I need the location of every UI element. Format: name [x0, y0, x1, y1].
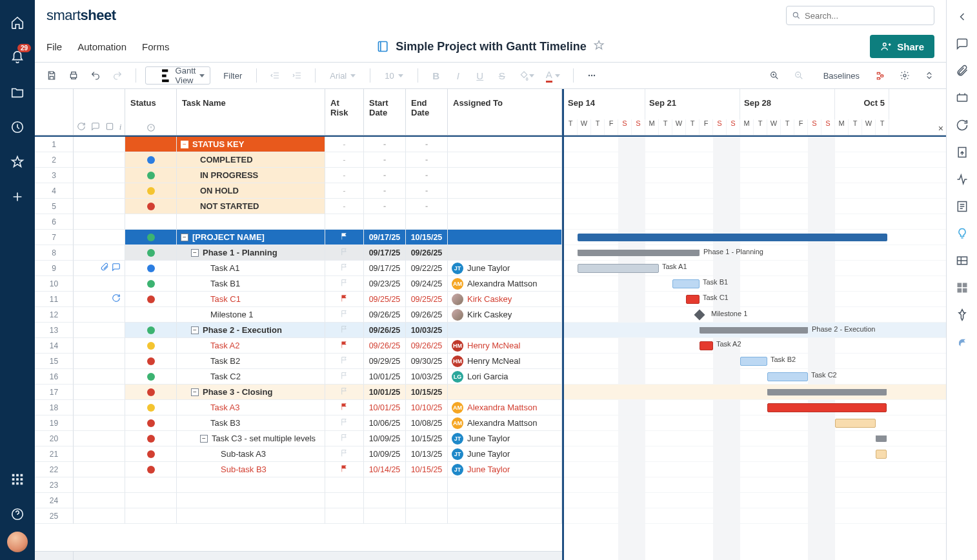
notifications-icon[interactable]: 29: [0, 40, 35, 75]
cell-at-risk[interactable]: -: [325, 152, 364, 168]
gantt-row[interactable]: [564, 493, 946, 508]
cell-task-name[interactable]: Sub-task A3: [177, 446, 325, 462]
gantt-row[interactable]: Task B1: [564, 276, 946, 292]
gantt-row[interactable]: [564, 400, 946, 415]
cell-start-date[interactable]: 10/01/25: [364, 369, 406, 385]
cell-end-date[interactable]: 10/13/25: [406, 446, 448, 462]
row-indicators[interactable]: [74, 431, 125, 446]
col-header-status[interactable]: Status: [125, 89, 177, 135]
cell-status[interactable]: [125, 307, 177, 323]
recent-icon[interactable]: [0, 110, 35, 145]
menu-automation[interactable]: Automation: [77, 41, 126, 52]
gantt-bar[interactable]: [578, 234, 887, 241]
cell-assigned-to[interactable]: [448, 323, 562, 338]
cell-task-name[interactable]: ON HOLD: [177, 183, 325, 199]
bold-icon[interactable]: B: [427, 66, 445, 85]
gantt-row[interactable]: [564, 168, 946, 183]
cell-start-date[interactable]: 10/01/25: [364, 385, 406, 400]
cell-status[interactable]: [125, 338, 177, 354]
grid-row[interactable]: 1−STATUS KEY---: [35, 137, 562, 152]
grid-row[interactable]: 6: [35, 214, 562, 230]
cell-task-name[interactable]: [177, 493, 325, 508]
cell-assigned-to[interactable]: [448, 493, 562, 508]
favorites-icon[interactable]: [0, 145, 35, 179]
gantt-row[interactable]: Milestone 1: [564, 307, 946, 323]
cell-assigned-to[interactable]: [448, 137, 562, 152]
collapse-toggle[interactable]: −: [200, 435, 208, 443]
row-number[interactable]: 22: [35, 462, 74, 477]
cell-task-name[interactable]: Task B1: [177, 276, 325, 292]
share-button[interactable]: Share: [870, 35, 934, 58]
cell-start-date[interactable]: -: [364, 137, 406, 152]
col-header-risk[interactable]: At Risk: [325, 89, 364, 135]
outdent-icon[interactable]: [266, 66, 284, 85]
grid-row[interactable]: 15Task B209/29/2509/30/25HMHenry McNeal: [35, 354, 562, 369]
cell-start-date[interactable]: [364, 508, 406, 524]
cell-assigned-to[interactable]: JTJune Taylor: [448, 431, 562, 446]
add-icon[interactable]: [0, 179, 35, 214]
row-indicators[interactable]: [74, 261, 125, 276]
row-number[interactable]: 5: [35, 199, 74, 214]
grid-row[interactable]: 18Task A310/01/2510/10/25AMAlexandra Mat…: [35, 400, 562, 415]
gantt-bar[interactable]: Phase 2 - Execution: [700, 327, 808, 334]
cell-status[interactable]: [125, 214, 177, 230]
cell-task-name[interactable]: −Phase 3 - Closing: [177, 385, 325, 400]
grid-row[interactable]: 19Task B310/06/2510/08/25AMAlexandra Mat…: [35, 415, 562, 431]
cell-status[interactable]: [125, 168, 177, 183]
fill-color-icon[interactable]: [515, 66, 538, 85]
indent-icon[interactable]: [288, 66, 306, 85]
cell-start-date[interactable]: [364, 214, 406, 230]
cell-start-date[interactable]: [364, 493, 406, 508]
cell-at-risk[interactable]: [325, 230, 364, 245]
row-number[interactable]: 3: [35, 168, 74, 183]
row-number[interactable]: 6: [35, 214, 74, 230]
row-indicators[interactable]: [74, 183, 125, 199]
row-indicators[interactable]: [74, 214, 125, 230]
cell-end-date[interactable]: 09/26/25: [406, 245, 448, 261]
activity-log-icon[interactable]: [954, 172, 970, 187]
publish-icon[interactable]: [954, 145, 970, 160]
row-number[interactable]: 13: [35, 323, 74, 338]
grid-row[interactable]: 5NOT STARTED---: [35, 199, 562, 214]
row-number[interactable]: 4: [35, 183, 74, 199]
cell-assigned-to[interactable]: AMAlexandra Mattson: [448, 276, 562, 292]
gantt-week-header[interactable]: Oct 5: [835, 89, 889, 119]
row-indicators[interactable]: [74, 323, 125, 338]
row-number[interactable]: 9: [35, 261, 74, 276]
critical-path-icon[interactable]: [871, 66, 889, 85]
cell-at-risk[interactable]: [325, 261, 364, 276]
cell-status[interactable]: [125, 137, 177, 152]
cell-task-name[interactable]: IN PROGRESS: [177, 168, 325, 183]
cell-end-date[interactable]: [406, 508, 448, 524]
grid-row[interactable]: 25: [35, 508, 562, 524]
grid-row[interactable]: 14Task A209/26/2509/26/25HMHenry McNeal: [35, 338, 562, 354]
brandfolder-icon[interactable]: [954, 253, 970, 268]
row-indicators[interactable]: [74, 292, 125, 307]
cell-start-date[interactable]: -: [364, 183, 406, 199]
cell-status[interactable]: [125, 462, 177, 477]
grid-row[interactable]: 21Sub-task A310/09/2510/13/25JTJune Tayl…: [35, 446, 562, 462]
row-indicators[interactable]: [74, 152, 125, 168]
grid-row[interactable]: 16Task C210/01/2510/03/25LGLori Garcia: [35, 369, 562, 385]
redo-icon[interactable]: [108, 66, 126, 85]
row-indicators[interactable]: [74, 199, 125, 214]
font-selector[interactable]: Arial: [325, 66, 361, 85]
cell-end-date[interactable]: 10/15/25: [406, 230, 448, 245]
cell-end-date[interactable]: 09/26/25: [406, 338, 448, 354]
resource-mgmt-icon[interactable]: [954, 280, 970, 295]
settings-icon[interactable]: [896, 66, 914, 85]
cell-end-date[interactable]: -: [406, 199, 448, 214]
collapse-toggle[interactable]: −: [191, 326, 199, 334]
gantt-row[interactable]: [564, 508, 946, 524]
cell-start-date[interactable]: 09/25/25: [364, 292, 406, 307]
sheet-title[interactable]: Simple Project with Gantt Timeline: [396, 40, 587, 54]
undo-icon[interactable]: [86, 66, 105, 85]
cell-assigned-to[interactable]: [448, 214, 562, 230]
col-header-end[interactable]: End Date: [406, 89, 448, 135]
row-number[interactable]: 18: [35, 400, 74, 415]
cell-assigned-to[interactable]: HMHenry McNeal: [448, 338, 562, 354]
cell-at-risk[interactable]: [325, 431, 364, 446]
cell-task-name[interactable]: −Task C3 - set multiple levels: [177, 431, 325, 446]
row-indicators[interactable]: [74, 385, 125, 400]
gantt-row[interactable]: [564, 199, 946, 214]
